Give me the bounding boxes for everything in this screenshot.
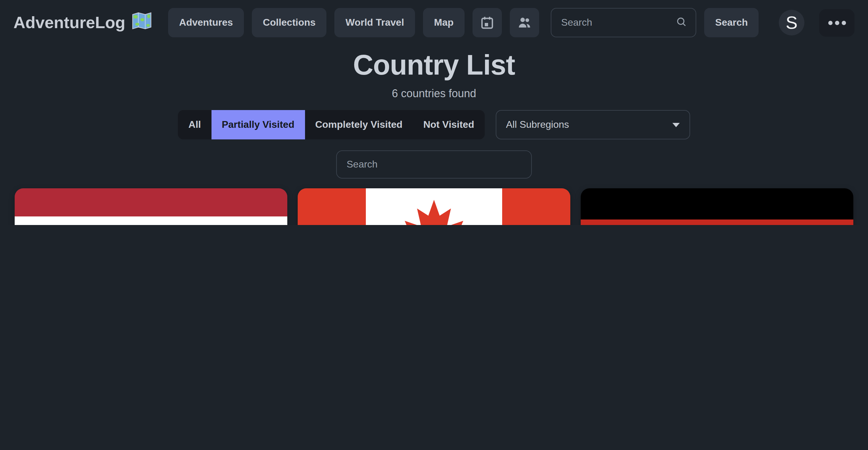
nav-world-travel-button[interactable]: World Travel [335,8,415,37]
nav-map-button[interactable]: Map [423,8,465,37]
calendar-button[interactable] [472,8,502,37]
navbar-search [551,8,696,37]
more-options-button[interactable] [819,9,855,36]
country-card: Austria Western Europe Vienna Visited 4 … [15,188,287,225]
navbar-search-input[interactable] [560,17,676,29]
country-flag [15,188,287,225]
page-title: Country List [0,48,868,81]
brand-text: AdventureLog [13,13,125,32]
navbar: AdventureLog Adventures Collections Worl… [0,0,868,45]
search-icon [676,16,687,30]
tab-all[interactable]: All [178,110,212,140]
users-button[interactable] [510,8,539,37]
country-card: Canada Northern America Ottawa Visited 2… [298,188,570,225]
country-grid: Austria Western Europe Vienna Visited 4 … [15,188,853,225]
users-icon [517,15,532,30]
filter-bar: All Partially Visited Completely Visited… [0,110,868,140]
subregion-select[interactable]: All Subregions [495,110,690,140]
map-emoji-icon [131,11,152,34]
tab-not-visited[interactable]: Not Visited [413,110,485,140]
country-search [0,150,868,179]
visited-filter-tabs: All Partially Visited Completely Visited… [178,110,485,140]
nav-collections-button[interactable]: Collections [252,8,327,37]
avatar[interactable]: S [779,10,804,35]
country-card: Germany Western Europe Berlin Visited 4 … [581,188,853,225]
ellipsis-icon [828,21,846,25]
results-count: 6 countries found [0,87,868,100]
brand-logo[interactable]: AdventureLog [13,11,152,34]
tab-partially-visited[interactable]: Partially Visited [211,110,305,140]
nav-adventures-button[interactable]: Adventures [168,8,244,37]
calendar-icon [480,15,495,30]
navbar-right: S [779,9,855,36]
tab-completely-visited[interactable]: Completely Visited [305,110,413,140]
navbar-search-button[interactable]: Search [704,8,759,37]
app-root: AdventureLog Adventures Collections Worl… [0,0,868,225]
country-flag [581,188,853,225]
nav-links: Adventures Collections World Travel Map [168,8,759,37]
chevron-down-icon [672,123,679,127]
country-flag [298,188,570,225]
subregion-select-value: All Subregions [506,119,569,130]
country-search-input[interactable] [336,150,532,179]
